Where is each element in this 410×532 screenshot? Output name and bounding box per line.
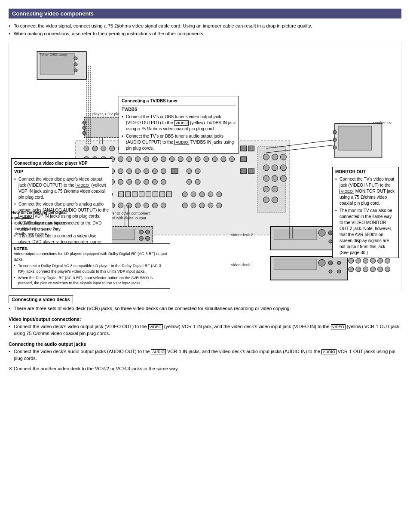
video-deck-2-label: Video deck 2 [231,233,253,237]
notes-title: NOTES: [14,246,168,252]
svg-point-109 [191,203,196,208]
svg-point-156 [370,258,376,263]
svg-point-79 [187,179,192,185]
svg-point-126 [272,197,278,203]
svg-point-151 [329,270,332,273]
svg-point-153 [349,258,354,263]
svg-rect-68 [248,169,254,174]
tv-dbs-bullet-1: • Connect the TV's or DBS tuner's video … [122,114,236,132]
sub1-title-text: Video input/output connections: [9,317,81,322]
svg-point-12 [83,121,86,124]
svg-rect-91 [159,192,165,197]
svg-point-163 [378,267,383,272]
section-title: Connecting video components [9,9,401,18]
svg-point-48 [195,157,200,162]
svg-point-95 [199,192,205,197]
svg-point-102 [118,203,123,208]
diagram-area: TV or DBS tuner Monitor TV LD player, CD… [9,42,401,291]
svg-point-46 [178,157,183,162]
svg-point-122 [280,175,286,181]
svg-point-15 [84,146,89,151]
digital-note-text: • Only audio signals are input to the di… [11,221,71,237]
svg-point-149 [328,261,333,265]
page-container: Connecting video components To connect t… [9,9,401,371]
svg-point-5 [74,69,77,72]
svg-point-121 [272,175,278,181]
callout-monitor-out: MONITOR OUT • Connect the TV's video inp… [332,167,399,258]
svg-point-66 [195,169,200,174]
callout-tv-dbs: Connecting a TV/DBS tuner TV/DBS • Conne… [119,96,239,154]
sub1-title: Video input/output connections: [9,317,401,322]
svg-rect-128 [274,229,317,240]
svg-rect-67 [241,169,247,174]
svg-point-4 [74,63,77,66]
svg-point-115 [272,154,278,160]
svg-point-158 [385,258,390,263]
svg-point-161 [363,267,368,272]
svg-point-52 [229,157,235,162]
svg-point-148 [318,259,325,266]
svg-point-125 [263,197,269,203]
monitor-tv-label: Monitor TV [373,121,392,125]
svg-point-155 [363,258,368,263]
svg-point-75 [135,179,141,185]
svg-point-17 [101,146,106,151]
svg-point-157 [378,258,383,263]
svg-line-183 [266,145,335,153]
svg-point-43 [152,157,157,162]
callout-tv-dbs-title: Connecting a TV/DBS tuner [122,98,236,105]
svg-point-104 [135,203,141,208]
svg-rect-88 [139,192,144,197]
svg-rect-6 [335,123,382,158]
svg-point-16 [92,146,98,151]
notes-bullet-2: • When the Dolby Digital-RF (AC-3 RF) in… [14,275,168,286]
svg-point-160 [356,267,361,272]
monitor-out-title: MONITOR OUT [335,169,396,175]
callout-vdp-subtitle: VDP [14,169,109,175]
svg-point-18 [110,146,115,151]
svg-point-78 [161,179,166,185]
svg-point-8 [333,130,337,134]
tv-dbs-bullet-2: • Connect the TV's or DBS tuner's audio … [122,133,236,151]
svg-point-120 [263,175,269,181]
svg-rect-34 [248,146,254,151]
svg-point-129 [318,229,325,236]
svg-point-40 [127,157,132,162]
svg-point-176 [145,236,150,240]
svg-point-44 [161,157,166,162]
svg-point-108 [182,203,187,208]
svg-point-116 [280,154,286,160]
symbol-note: Connect the another video deck to the VC… [9,366,401,371]
sub2-bullet: Connect the video deck's audio output ja… [9,348,401,362]
svg-rect-86 [125,192,131,197]
svg-point-173 [139,230,144,234]
bottom-section-header: Connecting a video decks [9,295,73,303]
monitor-out-bullet-2: • The monitor TV can also be connected i… [335,208,396,256]
svg-point-154 [356,258,361,263]
svg-point-123 [263,186,269,192]
svg-point-162 [370,267,376,272]
svg-rect-146 [270,256,347,280]
vdp-bullet-1: • Connect the video disc player's video … [14,176,109,200]
svg-point-51 [221,157,226,162]
sub1-bullet: Connect the video deck's video output ja… [9,323,401,337]
svg-point-63 [161,169,166,174]
svg-point-164 [385,267,390,272]
svg-point-73 [118,179,123,185]
svg-point-150 [337,261,341,264]
digital-note-title: Note on connecting the digital input jac… [11,210,71,221]
svg-point-110 [199,203,205,208]
svg-point-49 [204,157,209,162]
bottom-intro: There are three sets of video deck (VCR)… [9,305,401,312]
svg-point-14 [83,131,86,135]
sub1-bullets: Connect the video deck's video output ja… [9,323,401,337]
svg-point-107 [161,203,166,208]
svg-rect-53 [241,157,247,162]
svg-point-50 [212,157,217,162]
svg-point-58 [118,169,123,174]
svg-point-114 [263,154,269,160]
intro-bullet-1: To connect the video signal, connect usi… [9,23,401,29]
svg-point-111 [208,203,213,208]
svg-point-47 [187,157,192,162]
video-deck-1-label: Video deck 1 [231,263,253,267]
